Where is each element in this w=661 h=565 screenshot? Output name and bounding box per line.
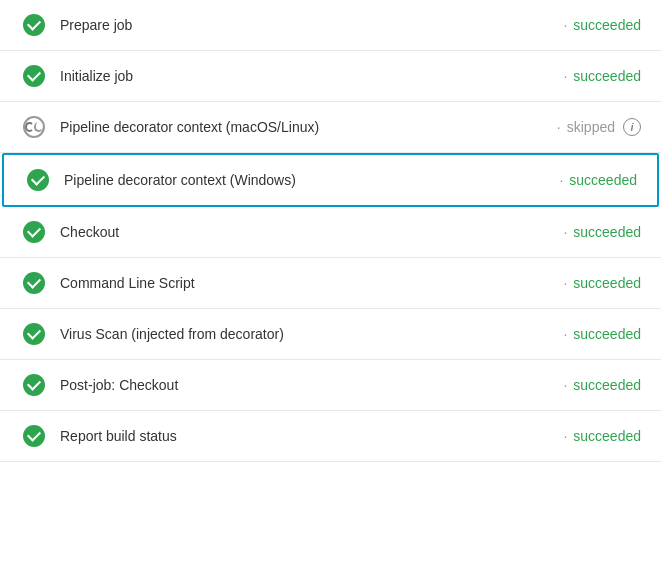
command-line-script-icon bbox=[20, 272, 48, 294]
report-build-status-status: succeeded bbox=[573, 428, 641, 444]
job-row-initialize-job[interactable]: Initialize job · succeeded bbox=[0, 51, 661, 102]
post-job-checkout-status: succeeded bbox=[573, 377, 641, 393]
pipeline-decorator-macos-name: Pipeline decorator context (macOS/Linux) bbox=[60, 119, 551, 135]
pipeline-decorator-windows-separator: · bbox=[559, 172, 563, 188]
job-row-pipeline-decorator-macos[interactable]: Pipeline decorator context (macOS/Linux)… bbox=[0, 102, 661, 153]
prepare-job-name: Prepare job bbox=[60, 17, 557, 33]
command-line-script-status: succeeded bbox=[573, 275, 641, 291]
checkout-separator: · bbox=[563, 224, 567, 240]
initialize-job-name: Initialize job bbox=[60, 68, 557, 84]
report-build-status-name: Report build status bbox=[60, 428, 557, 444]
virus-scan-separator: · bbox=[563, 326, 567, 342]
prepare-job-separator: · bbox=[563, 17, 567, 33]
initialize-job-status: succeeded bbox=[573, 68, 641, 84]
checkout-name: Checkout bbox=[60, 224, 557, 240]
prepare-job-icon bbox=[20, 14, 48, 36]
pipeline-decorator-macos-status: skipped bbox=[567, 119, 615, 135]
job-list: Prepare job · succeededInitialize job · … bbox=[0, 0, 661, 462]
pipeline-decorator-windows-status: succeeded bbox=[569, 172, 637, 188]
initialize-job-icon bbox=[20, 65, 48, 87]
job-row-command-line-script[interactable]: Command Line Script · succeeded bbox=[0, 258, 661, 309]
virus-scan-icon bbox=[20, 323, 48, 345]
pipeline-decorator-macos-separator: · bbox=[557, 119, 561, 135]
job-row-virus-scan[interactable]: Virus Scan (injected from decorator) · s… bbox=[0, 309, 661, 360]
initialize-job-separator: · bbox=[563, 68, 567, 84]
job-row-pipeline-decorator-windows[interactable]: Pipeline decorator context (Windows) · s… bbox=[2, 153, 659, 207]
post-job-checkout-name: Post-job: Checkout bbox=[60, 377, 557, 393]
report-build-status-icon bbox=[20, 425, 48, 447]
job-row-checkout[interactable]: Checkout · succeeded bbox=[0, 207, 661, 258]
checkout-icon bbox=[20, 221, 48, 243]
pipeline-decorator-windows-name: Pipeline decorator context (Windows) bbox=[64, 172, 553, 188]
command-line-script-name: Command Line Script bbox=[60, 275, 557, 291]
job-row-post-job-checkout[interactable]: Post-job: Checkout · succeeded bbox=[0, 360, 661, 411]
pipeline-decorator-windows-icon bbox=[24, 169, 52, 191]
virus-scan-name: Virus Scan (injected from decorator) bbox=[60, 326, 557, 342]
job-row-prepare-job[interactable]: Prepare job · succeeded bbox=[0, 0, 661, 51]
checkout-status: succeeded bbox=[573, 224, 641, 240]
prepare-job-status: succeeded bbox=[573, 17, 641, 33]
virus-scan-status: succeeded bbox=[573, 326, 641, 342]
post-job-checkout-separator: · bbox=[563, 377, 567, 393]
pipeline-decorator-macos-icon bbox=[20, 116, 48, 138]
pipeline-decorator-macos-info-icon[interactable]: i bbox=[623, 118, 641, 136]
report-build-status-separator: · bbox=[563, 428, 567, 444]
job-row-report-build-status[interactable]: Report build status · succeeded bbox=[0, 411, 661, 462]
post-job-checkout-icon bbox=[20, 374, 48, 396]
command-line-script-separator: · bbox=[563, 275, 567, 291]
